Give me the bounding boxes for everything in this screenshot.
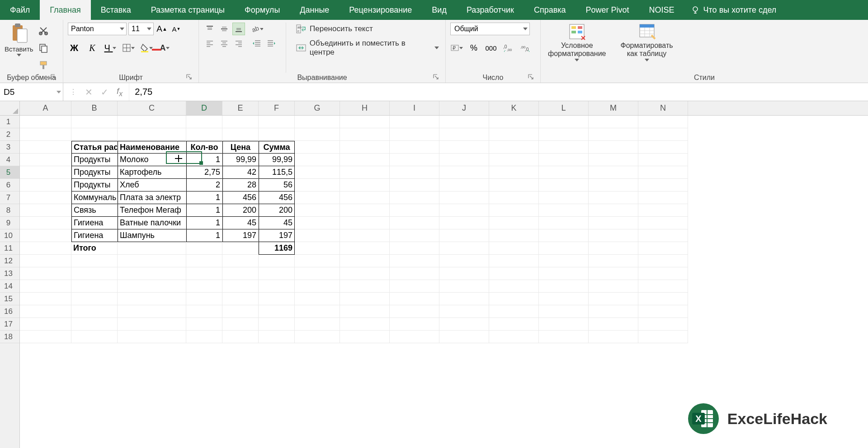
select-all-corner[interactable] (0, 101, 20, 116)
cell-G4[interactable] (295, 154, 340, 166)
col-header-G[interactable]: G (295, 101, 340, 115)
cell-M18[interactable] (589, 331, 638, 343)
cell-L9[interactable] (539, 217, 589, 229)
cell-D10[interactable]: 1 (186, 229, 222, 242)
cell-A6[interactable] (20, 179, 71, 191)
row-header-13[interactable]: 13 (0, 267, 19, 280)
cell-C2[interactable] (118, 128, 186, 141)
col-header-B[interactable]: B (71, 101, 118, 115)
cell-F16[interactable] (259, 305, 295, 318)
cell-D16[interactable] (186, 305, 222, 318)
cell-H17[interactable] (340, 318, 390, 331)
cell-H11[interactable] (340, 242, 390, 255)
cell-G2[interactable] (295, 128, 340, 141)
cell-L7[interactable] (539, 191, 589, 204)
cell-E6[interactable]: 28 (222, 179, 259, 191)
paste-button[interactable]: Вставить (5, 23, 33, 56)
col-header-D[interactable]: D (186, 101, 222, 115)
cell-A1[interactable] (20, 116, 71, 128)
row-header-17[interactable]: 17 (0, 318, 19, 331)
cell-I11[interactable] (390, 242, 439, 255)
cell-B11[interactable]: Итого (71, 242, 118, 255)
cell-G5[interactable] (295, 166, 340, 179)
cell-E11[interactable] (222, 242, 259, 255)
cell-G13[interactable] (295, 267, 340, 280)
cell-K4[interactable] (489, 154, 539, 166)
cell-J2[interactable] (439, 128, 489, 141)
cell-E18[interactable] (222, 331, 259, 343)
cell-D18[interactable] (186, 331, 222, 343)
fx-icon[interactable]: fx (117, 86, 123, 98)
increase-decimal-icon[interactable]: ,0,00 (502, 42, 514, 54)
cell-L8[interactable] (539, 204, 589, 217)
cell-A15[interactable] (20, 293, 71, 305)
cell-H1[interactable] (340, 116, 390, 128)
cell-B9[interactable]: Гигиена (71, 217, 118, 229)
ribbon-tab-формулы[interactable]: Формулы (235, 0, 290, 20)
cell-C4[interactable]: Молоко (118, 154, 186, 166)
cell-I4[interactable] (390, 154, 439, 166)
cell-M7[interactable] (589, 191, 638, 204)
cell-M9[interactable] (589, 217, 638, 229)
cell-B3[interactable]: Статья расход (71, 141, 118, 154)
cell-N3[interactable] (638, 141, 688, 154)
row-header-11[interactable]: 11 (0, 242, 19, 255)
cell-G1[interactable] (295, 116, 340, 128)
col-header-E[interactable]: E (222, 101, 259, 115)
cell-D11[interactable] (186, 242, 222, 255)
cell-H4[interactable] (340, 154, 390, 166)
cell-H3[interactable] (340, 141, 390, 154)
percent-format-icon[interactable]: % (467, 42, 480, 54)
cell-C7[interactable]: Плата за электр (118, 191, 186, 204)
cell-C9[interactable]: Ватные палочки (118, 217, 186, 229)
cell-F4[interactable]: 99,99 (259, 154, 295, 166)
row-header-12[interactable]: 12 (0, 255, 19, 267)
ribbon-tab-разработчик[interactable]: Разработчик (457, 0, 524, 20)
cell-G7[interactable] (295, 191, 340, 204)
cell-J8[interactable] (439, 204, 489, 217)
cell-J17[interactable] (439, 318, 489, 331)
cell-L3[interactable] (539, 141, 589, 154)
cell-K9[interactable] (489, 217, 539, 229)
cell-N4[interactable] (638, 154, 688, 166)
cell-N16[interactable] (638, 305, 688, 318)
cell-L5[interactable] (539, 166, 589, 179)
cell-I17[interactable] (390, 318, 439, 331)
cell-L16[interactable] (539, 305, 589, 318)
col-header-H[interactable]: H (340, 101, 390, 115)
cell-B12[interactable] (71, 255, 118, 267)
cell-L6[interactable] (539, 179, 589, 191)
cell-F14[interactable] (259, 280, 295, 293)
cell-G15[interactable] (295, 293, 340, 305)
cell-G9[interactable] (295, 217, 340, 229)
cell-N18[interactable] (638, 331, 688, 343)
align-middle-icon[interactable] (218, 23, 231, 35)
ribbon-tab-файл[interactable]: Файл (0, 0, 40, 20)
col-header-I[interactable]: I (390, 101, 439, 115)
cell-E4[interactable]: 99,99 (222, 154, 259, 166)
cell-C11[interactable] (118, 242, 186, 255)
cell-K10[interactable] (489, 229, 539, 242)
cell-I15[interactable] (390, 293, 439, 305)
cell-B16[interactable] (71, 305, 118, 318)
cell-M17[interactable] (589, 318, 638, 331)
cell-C6[interactable]: Хлеб (118, 179, 186, 191)
cell-I16[interactable] (390, 305, 439, 318)
ribbon-tab-вид[interactable]: Вид (422, 0, 457, 20)
cell-A16[interactable] (20, 305, 71, 318)
cell-D14[interactable] (186, 280, 222, 293)
cell-N9[interactable] (638, 217, 688, 229)
cell-N1[interactable] (638, 116, 688, 128)
cell-B17[interactable] (71, 318, 118, 331)
cell-B18[interactable] (71, 331, 118, 343)
row-header-1[interactable]: 1 (0, 116, 19, 128)
cell-M10[interactable] (589, 229, 638, 242)
cell-A5[interactable] (20, 166, 71, 179)
cell-K1[interactable] (489, 116, 539, 128)
cell-H6[interactable] (340, 179, 390, 191)
cell-I6[interactable] (390, 179, 439, 191)
cell-F3[interactable]: Сумма (259, 141, 295, 154)
font-size-dropdown[interactable]: 11 (128, 23, 154, 35)
cell-C8[interactable]: Телефон Мегаф (118, 204, 186, 217)
bold-button[interactable]: Ж (68, 42, 80, 54)
